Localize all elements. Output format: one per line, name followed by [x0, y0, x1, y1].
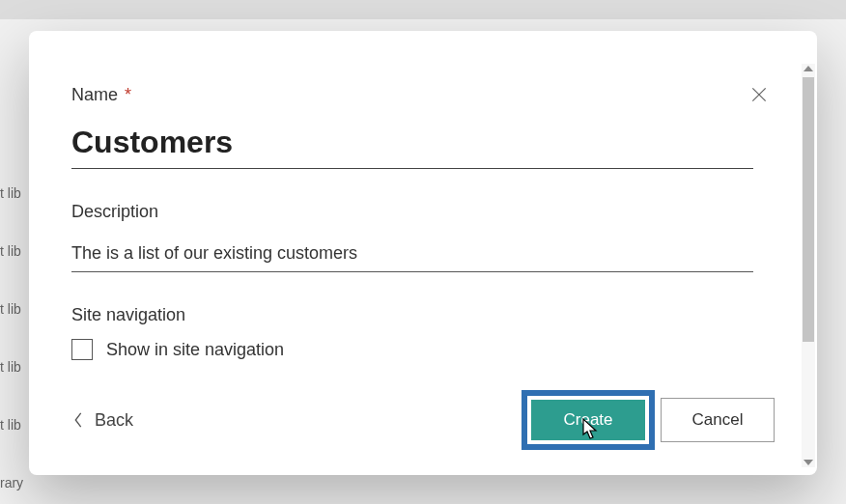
required-asterisk: * [125, 85, 131, 104]
close-icon [749, 85, 769, 104]
create-button[interactable]: Create [531, 400, 645, 440]
name-label-text: Name [71, 85, 118, 104]
show-in-nav-row: Show in site navigation [71, 339, 775, 360]
cancel-button[interactable]: Cancel [661, 398, 775, 442]
name-field-group: Name * [71, 85, 775, 169]
create-list-modal: Name * Description Site navigation Show … [29, 31, 817, 475]
modal-footer: Back Create Cancel [71, 390, 775, 450]
scrollbar[interactable] [802, 64, 815, 467]
site-navigation-label: Site navigation [71, 305, 775, 325]
description-label: Description [71, 202, 775, 222]
name-label: Name * [71, 85, 775, 105]
site-navigation-section: Site navigation Show in site navigation [71, 305, 775, 360]
show-in-nav-label: Show in site navigation [106, 340, 284, 360]
scroll-up-icon[interactable] [804, 66, 813, 71]
back-button[interactable]: Back [71, 410, 133, 431]
description-input[interactable] [71, 236, 753, 272]
show-in-nav-checkbox[interactable] [71, 339, 93, 360]
action-buttons: Create Cancel [522, 390, 775, 450]
scroll-thumb[interactable] [803, 77, 814, 342]
description-field-group: Description [71, 202, 775, 272]
create-button-highlight: Create [522, 390, 655, 450]
modal-overlay: Name * Description Site navigation Show … [0, 0, 846, 504]
modal-content: Name * Description Site navigation Show … [29, 31, 817, 475]
back-label: Back [95, 410, 133, 431]
scroll-down-icon[interactable] [804, 460, 813, 465]
name-input[interactable] [71, 119, 753, 169]
chevron-left-icon [71, 411, 85, 429]
close-button[interactable] [749, 85, 773, 108]
